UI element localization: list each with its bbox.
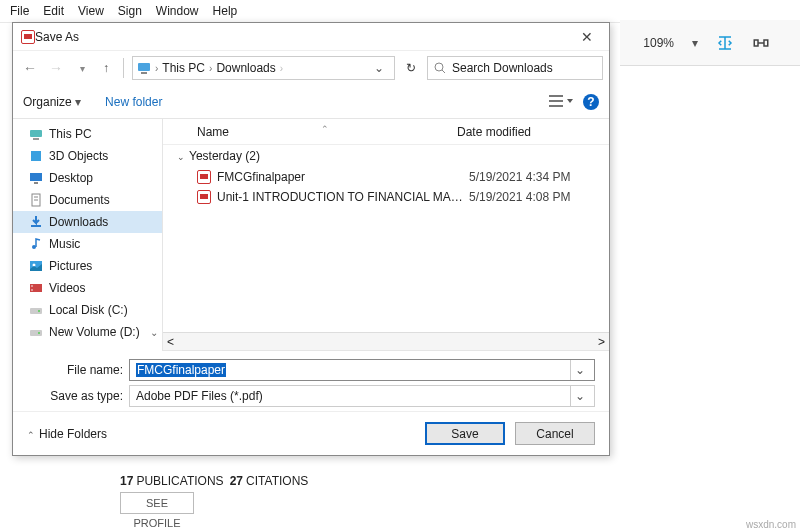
caret-icon: ⌃ — [27, 430, 35, 440]
help-icon[interactable]: ? — [583, 94, 599, 110]
save-fields: File name: FMCGfinalpaper ⌄ Save as type… — [13, 351, 609, 411]
menu-edit[interactable]: Edit — [37, 2, 70, 20]
svg-rect-1 — [141, 72, 147, 74]
tree-item-videos[interactable]: Videos — [13, 277, 162, 299]
file-row[interactable]: FMCGfinalpaper5/19/2021 4:34 PM — [163, 167, 609, 187]
zoom-level[interactable]: 109% — [643, 36, 674, 50]
filename-input[interactable]: FMCGfinalpaper ⌄ — [129, 359, 595, 381]
nav-row: ← → ▾ ↑ › This PC › Downloads › ⌄ ↻ Sear… — [13, 51, 609, 85]
svg-rect-18 — [30, 284, 42, 292]
back-button[interactable]: ← — [19, 60, 41, 76]
pdf-icon — [21, 30, 35, 44]
svg-point-20 — [31, 289, 33, 291]
svg-point-2 — [435, 63, 443, 71]
chevron-right-icon[interactable]: › — [205, 63, 216, 74]
svg-point-19 — [31, 285, 33, 287]
pc-icon — [137, 61, 151, 75]
tree-item-docs[interactable]: Documents — [13, 189, 162, 211]
tree-item-label: Local Disk (C:) — [49, 303, 128, 317]
pictures-icon — [29, 259, 43, 273]
type-select[interactable]: Adobe PDF Files (*.pdf) ⌄ — [129, 385, 595, 407]
tree-item-pc[interactable]: This PC — [13, 123, 162, 145]
expand-caret-icon[interactable]: ⌃ — [321, 124, 329, 134]
filename-value: FMCGfinalpaper — [136, 363, 226, 377]
file-row[interactable]: Unit-1 INTRODUCTION TO FINANCIAL MANAG..… — [163, 187, 609, 207]
chevron-right-icon[interactable]: › — [151, 63, 162, 74]
chevron-down-icon[interactable]: ⌄ — [570, 360, 588, 380]
tree-item-desktop[interactable]: Desktop — [13, 167, 162, 189]
dialog-body: This PC3D ObjectsDesktopDocumentsDownloa… — [13, 119, 609, 351]
col-date[interactable]: Date modified — [457, 125, 531, 139]
svg-rect-6 — [549, 105, 563, 107]
file-list: ⌃ Name Date modified ⌄Yesterday (2) FMCG… — [163, 119, 609, 351]
disk-icon — [29, 303, 43, 317]
tree-item-music[interactable]: Music — [13, 233, 162, 255]
file-date: 5/19/2021 4:08 PM — [469, 190, 570, 204]
refresh-icon[interactable]: ↻ — [399, 61, 423, 75]
search-input[interactable]: Search Downloads — [427, 56, 603, 80]
watermark: wsxdn.com — [746, 519, 796, 530]
search-icon — [434, 62, 446, 74]
connector-icon[interactable] — [752, 34, 770, 52]
dialog-titlebar: Save As ✕ — [13, 23, 609, 51]
command-bar: Organize ▾ New folder ? — [13, 85, 609, 119]
tree-item-downloads[interactable]: Downloads — [13, 211, 162, 233]
column-headers[interactable]: ⌃ Name Date modified — [163, 119, 609, 145]
pdf-icon — [197, 170, 211, 184]
chevron-down-icon[interactable]: ⌄ — [570, 386, 588, 406]
app-toolbar: 109% ▾ — [620, 20, 800, 66]
organize-button[interactable]: Organize ▾ — [23, 95, 81, 109]
cancel-button[interactable]: Cancel — [515, 422, 595, 445]
tree-item-label: 3D Objects — [49, 149, 108, 163]
forward-button[interactable]: → — [45, 60, 67, 76]
chevron-right-icon[interactable]: › — [276, 63, 287, 74]
tree-item-label: Videos — [49, 281, 85, 295]
horizontal-scrollbar[interactable]: <> — [163, 332, 609, 350]
tree-item-label: New Volume (D:) — [49, 325, 140, 339]
search-placeholder: Search Downloads — [452, 61, 553, 75]
see-profile-button[interactable]: SEE PROFILE — [120, 492, 194, 514]
menu-sign[interactable]: Sign — [112, 2, 148, 20]
docs-icon — [29, 193, 43, 207]
svg-rect-0 — [138, 63, 150, 71]
filename-label: File name: — [27, 363, 123, 377]
svg-rect-10 — [30, 173, 42, 181]
tree-item-label: Documents — [49, 193, 110, 207]
music-icon — [29, 237, 43, 251]
dialog-footer: ⌃Hide Folders Save Cancel — [13, 411, 609, 455]
nav-tree[interactable]: This PC3D ObjectsDesktopDocumentsDownloa… — [13, 119, 163, 351]
up-button[interactable]: ↑ — [97, 61, 115, 75]
path-folder[interactable]: Downloads — [216, 61, 275, 75]
svg-rect-8 — [33, 138, 39, 140]
menu-file[interactable]: File — [4, 2, 35, 20]
close-icon[interactable]: ✕ — [573, 29, 601, 45]
dialog-title: Save As — [35, 30, 79, 44]
file-name: FMCGfinalpaper — [217, 170, 469, 184]
hide-folders-button[interactable]: ⌃Hide Folders — [27, 427, 107, 441]
separator — [123, 58, 124, 78]
address-bar[interactable]: › This PC › Downloads › ⌄ — [132, 56, 395, 80]
fit-width-icon[interactable] — [716, 34, 734, 52]
tree-item-pictures[interactable]: Pictures — [13, 255, 162, 277]
caret-down-icon: ⌄ — [177, 152, 185, 162]
pdf-icon — [197, 190, 211, 204]
svg-rect-11 — [34, 182, 38, 184]
chevron-down-icon[interactable]: ▾ — [692, 36, 698, 50]
menu-help[interactable]: Help — [207, 2, 244, 20]
menu-window[interactable]: Window — [150, 2, 205, 20]
videos-icon — [29, 281, 43, 295]
tree-item-disk[interactable]: Local Disk (C:) — [13, 299, 162, 321]
chevron-down-icon[interactable]: ⌄ — [368, 61, 390, 75]
file-date: 5/19/2021 4:34 PM — [469, 170, 570, 184]
menu-view[interactable]: View — [72, 2, 110, 20]
recent-caret-icon[interactable]: ▾ — [71, 63, 93, 74]
tree-item-label: Desktop — [49, 171, 93, 185]
chevron-down-icon[interactable]: ⌄ — [150, 327, 158, 338]
view-options-icon[interactable] — [549, 94, 573, 110]
new-folder-button[interactable]: New folder — [105, 95, 162, 109]
tree-item-3d[interactable]: 3D Objects — [13, 145, 162, 167]
group-header[interactable]: ⌄Yesterday (2) — [163, 145, 609, 167]
path-root[interactable]: This PC — [162, 61, 205, 75]
tree-item-disk[interactable]: New Volume (D:)⌄ — [13, 321, 162, 343]
save-button[interactable]: Save — [425, 422, 505, 445]
